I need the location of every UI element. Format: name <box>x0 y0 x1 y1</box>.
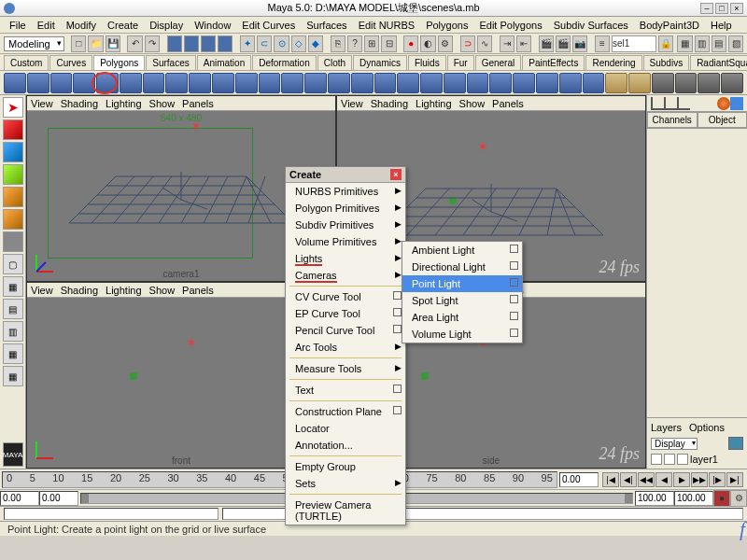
shelf-tab-dynamics[interactable]: Dynamics <box>353 55 407 70</box>
vp-menu-show[interactable]: Show <box>149 285 176 296</box>
light-point-light[interactable]: Point Light <box>402 275 522 292</box>
shelf-tab-painteffects[interactable]: PaintEffects <box>522 55 585 70</box>
tb-in-icon[interactable]: ⇥ <box>500 35 514 52</box>
menu-help[interactable]: Help <box>705 18 738 33</box>
channel-tabs[interactable]: Channels Object <box>647 112 747 129</box>
menu-item-text[interactable]: Text <box>286 382 405 399</box>
shelf-item-16[interactable] <box>374 73 397 93</box>
menu-polygons[interactable]: Polygons <box>420 18 473 33</box>
menu-item-ep-curve-tool[interactable]: EP Curve Tool <box>286 305 405 322</box>
vp-menu-view[interactable]: View <box>31 285 53 296</box>
menu-item-construction-plane[interactable]: Construction Plane <box>286 403 405 420</box>
sel-field[interactable] <box>612 35 656 52</box>
prefs-icon[interactable]: ⚙ <box>730 490 747 507</box>
shelf-item-10[interactable] <box>235 73 258 93</box>
shelf-item-6[interactable] <box>143 73 165 93</box>
shelf-item-28[interactable] <box>652 73 674 93</box>
vp-menu-shading[interactable]: Shading <box>61 98 98 109</box>
layout-2v-icon[interactable]: ▥ <box>3 321 23 342</box>
layout-four-icon[interactable]: ▦ <box>3 276 23 297</box>
shelf-item-15[interactable] <box>351 73 374 93</box>
tb-save-icon[interactable]: 💾 <box>106 35 120 52</box>
menu-item-empty-group[interactable]: Empty Group <box>286 458 405 475</box>
menu-edit-polygons[interactable]: Edit Polygons <box>473 18 547 33</box>
tb-input-icon[interactable]: ? <box>347 35 362 52</box>
shelf-icons[interactable] <box>0 71 747 95</box>
align-l-icon[interactable] <box>651 97 664 110</box>
tb-sel-icon[interactable] <box>167 35 182 52</box>
shelf-item-7[interactable] <box>165 73 188 93</box>
tb-snap-grid-icon[interactable]: ✦ <box>240 35 255 52</box>
layout-3-icon[interactable]: ▦ <box>3 343 23 364</box>
shelf-item-2[interactable] <box>50 73 73 93</box>
shelf-item-17[interactable] <box>397 73 419 93</box>
menu-item-cv-curve-tool[interactable]: CV Curve Tool <box>286 288 405 305</box>
lights-submenu[interactable]: Ambient LightDirectional LightPoint Ligh… <box>402 241 523 343</box>
step-back-icon[interactable]: ◀| <box>620 472 637 487</box>
shelf-item-14[interactable] <box>328 73 350 93</box>
layer-row[interactable]: layer1 <box>651 452 743 467</box>
vp-menu[interactable]: ViewShadingLightingShowPanels <box>27 96 335 111</box>
shelf-tab-radiantsquare[interactable]: RadiantSquare <box>690 55 747 70</box>
range-anim-start[interactable] <box>0 491 39 506</box>
create-menu[interactable]: Create× NURBS Primitives▶Polygon Primiti… <box>285 166 406 525</box>
rotate-tool-icon[interactable] <box>3 142 23 162</box>
light-ambient-light[interactable]: Ambient Light <box>402 242 522 259</box>
tb-new-icon[interactable]: □ <box>71 35 86 52</box>
shelf-item-25[interactable] <box>583 73 605 93</box>
shelf-tab-curves[interactable]: Curves <box>49 55 92 70</box>
vp-menu-view[interactable]: View <box>31 98 53 109</box>
shelf-tab-fluids[interactable]: Fluids <box>408 55 446 70</box>
menu-item-locator[interactable]: Locator <box>286 420 405 437</box>
tb-paint-icon[interactable] <box>201 35 216 52</box>
tb-snap-view-icon[interactable]: ◆ <box>308 35 323 52</box>
menu-close-icon[interactable]: × <box>390 169 402 180</box>
shelf-tab-rendering[interactable]: Rendering <box>585 55 641 70</box>
tab-object[interactable]: Object <box>698 112 748 128</box>
menu-file[interactable]: File <box>4 18 32 33</box>
shelf-item-5[interactable] <box>120 73 142 93</box>
shelf-item-12[interactable] <box>281 73 303 93</box>
go-start-icon[interactable]: |◀ <box>602 472 619 487</box>
layer-type-toggle[interactable] <box>664 454 675 465</box>
shelf-tab-general[interactable]: General <box>475 55 522 70</box>
shelf-tab-polygons[interactable]: Polygons <box>93 55 145 70</box>
manip-tool-icon[interactable] <box>3 187 23 207</box>
shelf-tab-cloth[interactable]: Cloth <box>317 55 352 70</box>
menu-item-nurbs-primitives[interactable]: NURBS Primitives▶ <box>286 183 405 200</box>
vp-menu[interactable]: ViewShadingLightingShowPanels <box>337 96 645 111</box>
tb-construction-icon[interactable]: ⊟ <box>381 35 396 52</box>
tb-pane1-icon[interactable]: ▦ <box>677 35 692 52</box>
tb-open-icon[interactable]: 📁 <box>88 35 103 52</box>
tb-redo-icon[interactable]: ↷ <box>145 35 160 52</box>
vp-menu-panels[interactable]: Panels <box>182 285 214 296</box>
tb-out-icon[interactable]: ⇤ <box>516 35 531 52</box>
tb-cam-icon[interactable]: 📷 <box>572 35 587 52</box>
light-area-light[interactable]: Area Light <box>402 309 522 326</box>
shelf-tabs[interactable]: CustomCurvesPolygonsSurfacesAnimationDef… <box>0 54 747 71</box>
shelf-item-26[interactable] <box>605 73 627 93</box>
menu-item-preview-camera-turtle-[interactable]: Preview Camera (TURTLE) <box>286 497 405 525</box>
next-key-icon[interactable]: ▶▶ <box>691 472 708 487</box>
vp-menu-lighting[interactable]: Lighting <box>416 98 452 109</box>
layout-2h-icon[interactable]: ▤ <box>3 299 23 319</box>
shelf-tab-deformation[interactable]: Deformation <box>252 55 316 70</box>
shelf-item-24[interactable] <box>559 73 582 93</box>
menu-bodypaint3d[interactable]: BodyPaint3D <box>634 18 705 33</box>
close-button[interactable]: × <box>730 3 743 14</box>
menu-item-subdiv-primitives[interactable]: Subdiv Primitives▶ <box>286 217 405 233</box>
tab-channels[interactable]: Channels <box>647 112 698 128</box>
tb-clap2-icon[interactable]: 🎬 <box>556 35 571 52</box>
tb-curve-icon[interactable]: ∿ <box>477 35 492 52</box>
mode-selector[interactable]: Modeling <box>4 36 64 51</box>
vp-menu-view[interactable]: View <box>341 98 363 109</box>
last-tool-icon[interactable] <box>3 231 23 252</box>
shelf-item-31[interactable] <box>721 73 743 93</box>
vp-menu-shading[interactable]: Shading <box>61 285 98 296</box>
shelf-item-29[interactable] <box>675 73 698 93</box>
menu-display[interactable]: Display <box>144 18 189 33</box>
layer-vis-toggle[interactable] <box>651 454 662 465</box>
shelf-item-30[interactable] <box>698 73 720 93</box>
vp-menu-shading[interactable]: Shading <box>371 98 408 109</box>
tb-pane4-icon[interactable]: ▧ <box>728 35 743 52</box>
